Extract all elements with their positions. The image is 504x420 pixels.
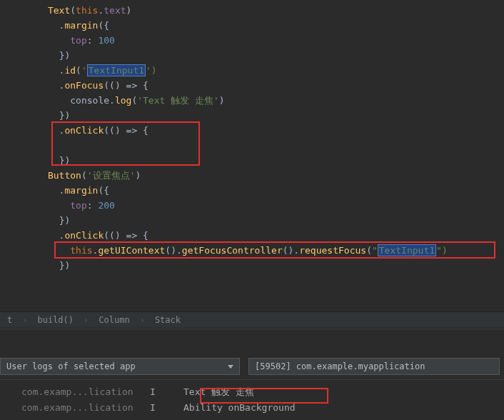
code-line: top: 200: [14, 198, 504, 213]
code-line: Button('设置焦点'): [14, 168, 504, 183]
code-line: }): [14, 108, 504, 123]
log-output[interactable]: com.examp...lication I Text 触发 走焦 com.ex…: [0, 380, 504, 416]
code-line: this.getUIContext().getFocusController()…: [14, 243, 504, 258]
code-line: .onClick(() => {: [14, 228, 504, 243]
code-line: }): [14, 153, 504, 168]
log-panel: User logs of selected app [59502] com.ex…: [0, 329, 504, 416]
code-line: .id('TextInput1'): [14, 63, 504, 78]
code-editor[interactable]: Text(this.text) .margin({ top: 100 }) .i…: [0, 0, 504, 276]
code-line: .margin({: [14, 183, 504, 198]
app-select-dropdown[interactable]: [59502] com.example.myapplication: [248, 358, 500, 375]
chevron-down-icon: [228, 365, 233, 369]
breadcrumb-item[interactable]: Stack: [155, 315, 181, 325]
breadcrumb-item[interactable]: t: [7, 315, 12, 325]
breadcrumb: t › build() › Column › Stack: [0, 311, 504, 329]
log-filter-dropdown[interactable]: User logs of selected app: [0, 358, 240, 375]
code-line: top: 100: [14, 33, 504, 48]
breadcrumb-item[interactable]: Column: [99, 315, 129, 325]
breadcrumb-item[interactable]: build(): [37, 315, 74, 325]
code-line: .onClick(() => {: [14, 123, 504, 138]
code-line: }): [14, 48, 504, 63]
log-row: com.examp...lication I Ability onBackgro…: [21, 400, 504, 416]
chevron-right-icon: ›: [22, 315, 27, 325]
code-line: console.log('Text 触发 走焦'): [14, 93, 504, 108]
dropdown-label: [59502] com.example.myapplication: [255, 361, 425, 371]
chevron-right-icon: ›: [84, 315, 89, 325]
dropdown-label: User logs of selected app: [6, 361, 136, 371]
code-line: [14, 138, 504, 153]
log-row: com.examp...lication I Text 触发 走焦: [21, 384, 504, 400]
chevron-right-icon: ›: [140, 315, 145, 325]
code-line: .margin({: [14, 18, 504, 33]
code-line: }): [14, 213, 504, 228]
code-line: }): [14, 258, 504, 273]
code-line: .onFocus(() => {: [14, 78, 504, 93]
code-line: Text(this.text): [14, 3, 504, 18]
